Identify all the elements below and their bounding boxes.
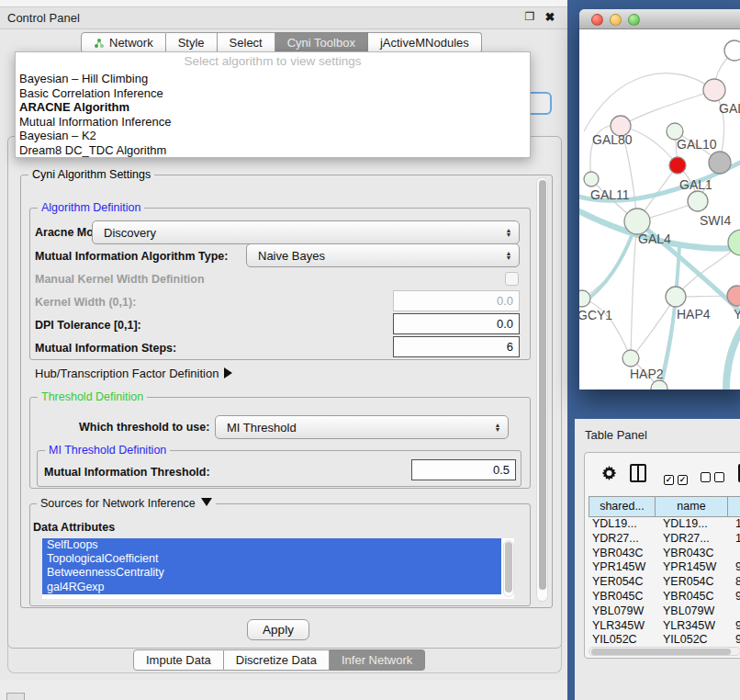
table-cell: YIL052C — [656, 633, 728, 648]
algorithm-option[interactable]: Dream8 DC_TDC Algorithm — [16, 143, 530, 158]
table-cell: YER054C — [589, 575, 656, 590]
network-node-red-node[interactable] — [669, 157, 686, 174]
mi-steps-label: Mutual Information Steps: — [35, 342, 176, 355]
table-cell: 8. — [728, 575, 740, 590]
float-window-button[interactable]: ❐ — [521, 10, 538, 27]
collapsed-panel-button[interactable] — [6, 693, 25, 700]
network-node-GCY1[interactable] — [579, 290, 590, 307]
table-cell: 9. — [728, 560, 740, 575]
tab-jactivemnodules[interactable]: jActiveMNodules — [368, 32, 482, 53]
manual-kernel-checkbox[interactable] — [505, 272, 519, 286]
gear-icon[interactable] — [601, 466, 617, 485]
algorithm-definition-title: Algorithm Definition — [38, 201, 144, 214]
settings-scrollbar[interactable] — [536, 177, 548, 602]
algorithm-option[interactable]: Bayesian – Hill Climbing — [16, 72, 530, 86]
algorithm-dropdown-list: Bayesian – Hill ClimbingBasic Correlatio… — [16, 72, 530, 158]
bottom-tab-infer-network[interactable]: Infer Network — [330, 649, 425, 671]
sources-toggle[interactable]: Sources for Network Inference — [37, 497, 216, 510]
network-window-titlebar[interactable] — [579, 9, 740, 29]
network-node-label: GAL1 — [679, 177, 712, 192]
tab-label: Cyni Toolbox — [287, 36, 355, 50]
table-cell: YLR345W — [656, 619, 728, 634]
minimize-traffic-light[interactable] — [610, 14, 622, 26]
table-column-header[interactable]: A — [728, 496, 740, 517]
zoom-traffic-light[interactable] — [628, 14, 640, 26]
table-cell: YDL19... — [656, 517, 728, 532]
table-cell: 12 — [728, 532, 740, 547]
apply-button[interactable]: Apply — [247, 619, 309, 640]
table-row[interactable]: YPR145WYPR145W9. — [589, 560, 740, 575]
algorithm-option[interactable]: Bayesian – K2 — [16, 129, 530, 143]
attribute-item[interactable]: SelfLoops — [42, 538, 501, 552]
bottom-tab-label: Discretize Data — [236, 653, 317, 667]
table-cell: 9. — [728, 633, 740, 648]
bottom-tab-label: Infer Network — [342, 653, 412, 667]
network-canvas[interactable]: GAL7GAL80GAL10GAL1GAL11GAL4SWI4GCY1HAP4Y… — [579, 30, 740, 390]
close-traffic-light[interactable] — [591, 14, 603, 26]
tab-label: jActiveMNodules — [380, 36, 469, 50]
attribute-item[interactable]: gal4RGexp — [42, 581, 501, 594]
bottom-tab-discretize-data[interactable]: Discretize Data — [224, 649, 330, 671]
control-panel-title: Control Panel — [7, 11, 80, 25]
table-row[interactable]: YBL079WYBL079W — [589, 604, 740, 619]
settings-scrollbar-thumb[interactable] — [539, 180, 546, 590]
mi-steps-input[interactable]: 6 — [393, 336, 520, 357]
network-node-GAL7[interactable] — [703, 79, 725, 101]
close-window-button[interactable]: ✖ — [542, 10, 558, 27]
table-column-header[interactable]: name — [656, 496, 728, 517]
table-row[interactable]: YLR345WYLR345W9. — [589, 619, 740, 634]
kernel-width-input[interactable]: 0.0 — [393, 290, 520, 311]
dpi-tolerance-input[interactable]: 0.0 — [393, 313, 520, 334]
network-node-SWI4[interactable] — [728, 230, 740, 255]
algorithm-option[interactable]: ARACNE Algorithm — [16, 100, 530, 115]
control-panel-tab-bar: NetworkStyleSelectCyni ToolboxjActiveMNo… — [81, 32, 482, 53]
network-node-HAP4[interactable] — [666, 287, 686, 307]
mi-threshold-input[interactable]: 0.5 — [411, 459, 516, 480]
deselect-all-columns-icon[interactable] — [701, 469, 728, 486]
network-node-gray-node[interactable] — [709, 152, 731, 174]
tab-label: Select — [230, 36, 263, 50]
tab-style[interactable]: Style — [166, 32, 218, 53]
table-hscrollbar[interactable] — [589, 647, 740, 656]
hub-definition-toggle[interactable]: Hub/Transcription Factor Definition — [35, 367, 232, 380]
tab-network[interactable]: Network — [81, 32, 166, 53]
table-cell: YBL079W — [589, 604, 656, 619]
network-node-GAL1[interactable] — [688, 191, 708, 211]
network-node-GAL4[interactable] — [624, 209, 650, 234]
table-cell: YBL079W — [656, 604, 728, 619]
tab-cyni-toolbox[interactable]: Cyni Toolbox — [275, 32, 368, 53]
table-cell: 13 — [728, 517, 740, 532]
table-column-header[interactable]: shared... — [589, 496, 656, 517]
network-node-label: GAL7 — [719, 101, 740, 116]
split-columns-icon[interactable] — [630, 464, 646, 482]
table-row[interactable]: YDL19...YDL19...13 — [589, 517, 740, 532]
tab-select[interactable]: Select — [218, 32, 275, 53]
table-row[interactable]: YER054CYER054C8. — [589, 575, 740, 590]
attribute-item[interactable]: TopologicalCoefficient — [42, 552, 501, 566]
table-row[interactable]: YBR043CYBR043C — [589, 547, 740, 561]
table-cell: YDL19... — [589, 517, 656, 532]
algorithm-option[interactable]: Basic Correlation Inference — [16, 86, 530, 101]
attribute-item[interactable]: BetweennessCentrality — [42, 566, 501, 580]
aracne-mode-select[interactable]: Discovery ▲▼ — [92, 220, 520, 244]
mi-type-select[interactable]: Naive Bayes ▲▼ — [246, 243, 520, 267]
table-hscrollbar-thumb[interactable] — [591, 649, 731, 655]
network-node-label: GAL80 — [592, 132, 633, 147]
which-threshold-select[interactable]: MI Threshold ▲▼ — [215, 415, 509, 439]
mi-threshold-group-title: MI Threshold Definition — [45, 444, 170, 457]
algorithm-option[interactable]: Mutual Information Inference — [16, 115, 530, 130]
select-all-columns-icon[interactable]: ✓✓ — [664, 469, 691, 486]
network-node-node-top[interactable] — [724, 40, 740, 61]
table-cell: YBR045C — [589, 590, 656, 604]
bottom-tab-impute-data[interactable]: Impute Data — [133, 649, 224, 671]
attributes-scrollbar-thumb[interactable] — [505, 542, 512, 593]
algorithm-dropdown[interactable]: Select algorithm to view settings Bayesi… — [15, 51, 531, 158]
cyni-algorithm-settings-title: Cyni Algorithm Settings — [28, 168, 154, 181]
table-row[interactable]: YDR27...YDR27...12 — [589, 532, 740, 547]
attributes-scrollbar[interactable] — [503, 540, 514, 597]
network-node-GAL11[interactable] — [584, 172, 599, 186]
table-row[interactable]: YIL052CYIL052C9. — [589, 633, 740, 648]
table-row[interactable]: YBR045CYBR045C9. — [589, 590, 740, 604]
bottom-tab-label: Impute Data — [146, 653, 211, 667]
network-node-HAP2[interactable] — [622, 350, 639, 367]
